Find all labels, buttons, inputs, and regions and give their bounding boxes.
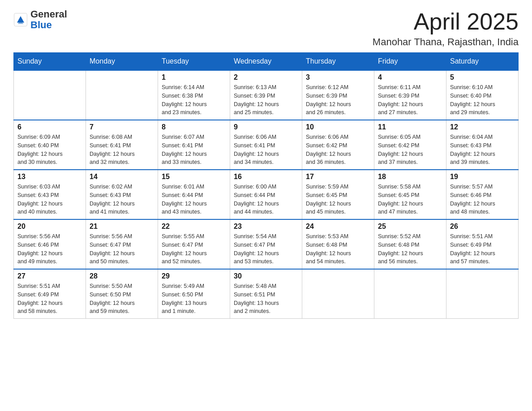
calendar-cell bbox=[446, 269, 519, 319]
day-info: Sunrise: 5:49 AM Sunset: 6:50 PM Dayligh… bbox=[162, 282, 226, 316]
day-number: 19 bbox=[450, 173, 515, 181]
calendar-cell: 19Sunrise: 5:57 AM Sunset: 6:46 PM Dayli… bbox=[446, 170, 519, 219]
day-info: Sunrise: 6:03 AM Sunset: 6:43 PM Dayligh… bbox=[17, 183, 82, 216]
week-row-2: 6Sunrise: 6:09 AM Sunset: 6:40 PM Daylig… bbox=[14, 120, 519, 170]
day-info: Sunrise: 5:59 AM Sunset: 6:45 PM Dayligh… bbox=[306, 183, 370, 216]
day-info: Sunrise: 6:00 AM Sunset: 6:44 PM Dayligh… bbox=[234, 183, 298, 216]
day-number: 2 bbox=[234, 73, 298, 81]
day-info: Sunrise: 5:48 AM Sunset: 6:51 PM Dayligh… bbox=[234, 282, 298, 316]
calendar-cell: 28Sunrise: 5:50 AM Sunset: 6:50 PM Dayli… bbox=[86, 269, 158, 319]
day-header-thursday: Thursday bbox=[302, 53, 374, 71]
day-number: 6 bbox=[17, 123, 82, 131]
calendar-cell: 10Sunrise: 6:06 AM Sunset: 6:42 PM Dayli… bbox=[302, 120, 374, 170]
day-number: 1 bbox=[162, 73, 226, 81]
day-number: 28 bbox=[90, 272, 154, 280]
day-number: 17 bbox=[306, 173, 370, 181]
day-number: 15 bbox=[162, 173, 226, 181]
calendar-cell: 3Sunrise: 6:12 AM Sunset: 6:39 PM Daylig… bbox=[302, 70, 374, 120]
day-number: 7 bbox=[90, 123, 154, 131]
calendar-cell: 4Sunrise: 6:11 AM Sunset: 6:39 PM Daylig… bbox=[374, 70, 446, 120]
day-info: Sunrise: 6:04 AM Sunset: 6:43 PM Dayligh… bbox=[450, 133, 515, 167]
calendar-body: 1Sunrise: 6:14 AM Sunset: 6:38 PM Daylig… bbox=[14, 70, 519, 319]
calendar-cell: 2Sunrise: 6:13 AM Sunset: 6:39 PM Daylig… bbox=[230, 70, 302, 120]
day-number: 10 bbox=[306, 123, 370, 131]
calendar-cell: 15Sunrise: 6:01 AM Sunset: 6:44 PM Dayli… bbox=[158, 170, 230, 219]
calendar-cell: 20Sunrise: 5:56 AM Sunset: 6:46 PM Dayli… bbox=[14, 219, 86, 269]
day-info: Sunrise: 5:56 AM Sunset: 6:46 PM Dayligh… bbox=[17, 232, 82, 266]
day-number: 11 bbox=[378, 123, 442, 131]
day-number: 4 bbox=[378, 73, 442, 81]
day-info: Sunrise: 5:51 AM Sunset: 6:49 PM Dayligh… bbox=[450, 232, 515, 266]
week-row-1: 1Sunrise: 6:14 AM Sunset: 6:38 PM Daylig… bbox=[14, 70, 519, 120]
day-number: 8 bbox=[162, 123, 226, 131]
calendar-cell: 26Sunrise: 5:51 AM Sunset: 6:49 PM Dayli… bbox=[446, 219, 519, 269]
calendar-cell bbox=[86, 70, 158, 120]
day-info: Sunrise: 6:12 AM Sunset: 6:39 PM Dayligh… bbox=[306, 83, 370, 117]
day-info: Sunrise: 6:06 AM Sunset: 6:42 PM Dayligh… bbox=[306, 133, 370, 167]
calendar-cell: 22Sunrise: 5:55 AM Sunset: 6:47 PM Dayli… bbox=[158, 219, 230, 269]
day-number: 21 bbox=[90, 223, 154, 231]
main-title: April 2025 bbox=[373, 9, 519, 34]
day-header-tuesday: Tuesday bbox=[158, 53, 230, 71]
day-info: Sunrise: 5:51 AM Sunset: 6:49 PM Dayligh… bbox=[17, 282, 82, 316]
day-number: 5 bbox=[450, 73, 515, 81]
calendar-header: SundayMondayTuesdayWednesdayThursdayFrid… bbox=[14, 53, 519, 71]
logo: General Blue bbox=[13, 9, 67, 30]
calendar-cell: 30Sunrise: 5:48 AM Sunset: 6:51 PM Dayli… bbox=[230, 269, 302, 319]
day-info: Sunrise: 6:11 AM Sunset: 6:39 PM Dayligh… bbox=[378, 83, 442, 117]
calendar-cell: 8Sunrise: 6:07 AM Sunset: 6:41 PM Daylig… bbox=[158, 120, 230, 170]
day-number: 22 bbox=[162, 223, 226, 231]
logo-text: General Blue bbox=[30, 9, 67, 30]
day-number: 24 bbox=[306, 223, 370, 231]
day-number: 16 bbox=[234, 173, 298, 181]
calendar-cell: 17Sunrise: 5:59 AM Sunset: 6:45 PM Dayli… bbox=[302, 170, 374, 219]
day-header-sunday: Sunday bbox=[14, 53, 86, 71]
calendar-cell bbox=[302, 269, 374, 319]
day-info: Sunrise: 6:01 AM Sunset: 6:44 PM Dayligh… bbox=[162, 183, 226, 216]
day-info: Sunrise: 5:52 AM Sunset: 6:48 PM Dayligh… bbox=[378, 232, 442, 266]
calendar-cell: 14Sunrise: 6:02 AM Sunset: 6:43 PM Dayli… bbox=[86, 170, 158, 219]
day-number: 30 bbox=[234, 272, 298, 280]
day-number: 9 bbox=[234, 123, 298, 131]
week-row-5: 27Sunrise: 5:51 AM Sunset: 6:49 PM Dayli… bbox=[14, 269, 519, 319]
day-number: 13 bbox=[17, 173, 82, 181]
day-info: Sunrise: 5:50 AM Sunset: 6:50 PM Dayligh… bbox=[90, 282, 154, 316]
calendar-cell: 7Sunrise: 6:08 AM Sunset: 6:41 PM Daylig… bbox=[86, 120, 158, 170]
calendar-cell: 24Sunrise: 5:53 AM Sunset: 6:48 PM Dayli… bbox=[302, 219, 374, 269]
day-info: Sunrise: 5:54 AM Sunset: 6:47 PM Dayligh… bbox=[234, 232, 298, 266]
calendar-cell: 1Sunrise: 6:14 AM Sunset: 6:38 PM Daylig… bbox=[158, 70, 230, 120]
day-info: Sunrise: 5:56 AM Sunset: 6:47 PM Dayligh… bbox=[90, 232, 154, 266]
day-info: Sunrise: 5:55 AM Sunset: 6:47 PM Dayligh… bbox=[162, 232, 226, 266]
calendar-cell: 9Sunrise: 6:06 AM Sunset: 6:41 PM Daylig… bbox=[230, 120, 302, 170]
day-info: Sunrise: 6:10 AM Sunset: 6:40 PM Dayligh… bbox=[450, 83, 515, 117]
calendar-cell: 16Sunrise: 6:00 AM Sunset: 6:44 PM Dayli… bbox=[230, 170, 302, 219]
day-header-friday: Friday bbox=[374, 53, 446, 71]
day-info: Sunrise: 6:13 AM Sunset: 6:39 PM Dayligh… bbox=[234, 83, 298, 117]
day-header-wednesday: Wednesday bbox=[230, 53, 302, 71]
calendar-cell: 5Sunrise: 6:10 AM Sunset: 6:40 PM Daylig… bbox=[446, 70, 519, 120]
day-number: 20 bbox=[17, 223, 82, 231]
day-number: 25 bbox=[378, 223, 442, 231]
day-info: Sunrise: 6:09 AM Sunset: 6:40 PM Dayligh… bbox=[17, 133, 82, 167]
day-number: 27 bbox=[17, 272, 82, 280]
day-info: Sunrise: 5:53 AM Sunset: 6:48 PM Dayligh… bbox=[306, 232, 370, 266]
day-number: 29 bbox=[162, 272, 226, 280]
day-info: Sunrise: 5:57 AM Sunset: 6:46 PM Dayligh… bbox=[450, 183, 515, 216]
calendar-cell: 23Sunrise: 5:54 AM Sunset: 6:47 PM Dayli… bbox=[230, 219, 302, 269]
calendar-cell: 13Sunrise: 6:03 AM Sunset: 6:43 PM Dayli… bbox=[14, 170, 86, 219]
day-number: 14 bbox=[90, 173, 154, 181]
calendar-cell: 29Sunrise: 5:49 AM Sunset: 6:50 PM Dayli… bbox=[158, 269, 230, 319]
calendar-cell bbox=[14, 70, 86, 120]
calendar-cell bbox=[374, 269, 446, 319]
day-info: Sunrise: 6:14 AM Sunset: 6:38 PM Dayligh… bbox=[162, 83, 226, 117]
title-section: April 2025 Manohar Thana, Rajasthan, Ind… bbox=[373, 9, 519, 48]
day-number: 23 bbox=[234, 223, 298, 231]
day-info: Sunrise: 6:02 AM Sunset: 6:43 PM Dayligh… bbox=[90, 183, 154, 216]
day-info: Sunrise: 6:05 AM Sunset: 6:42 PM Dayligh… bbox=[378, 133, 442, 167]
day-number: 3 bbox=[306, 73, 370, 81]
calendar-cell: 21Sunrise: 5:56 AM Sunset: 6:47 PM Dayli… bbox=[86, 219, 158, 269]
logo-general-text: General bbox=[30, 9, 67, 20]
page-header: General Blue April 2025 Manohar Thana, R… bbox=[13, 9, 519, 48]
day-header-monday: Monday bbox=[86, 53, 158, 71]
calendar-cell: 18Sunrise: 5:58 AM Sunset: 6:45 PM Dayli… bbox=[374, 170, 446, 219]
